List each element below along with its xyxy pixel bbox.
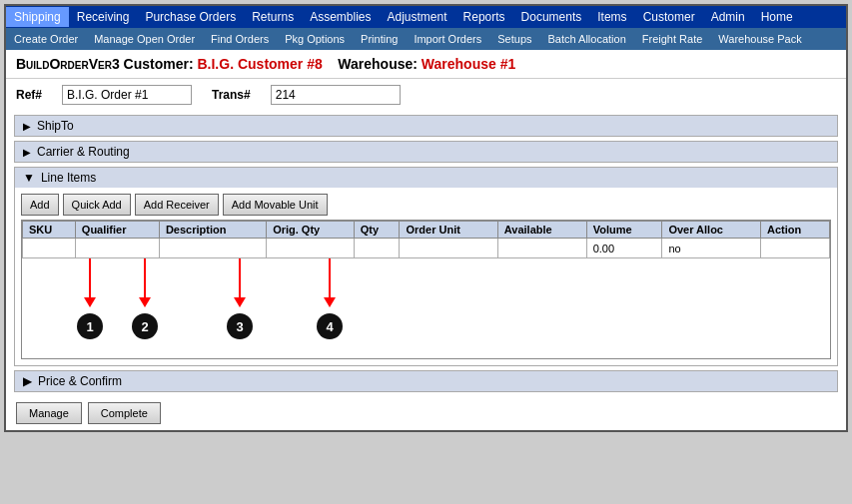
col-volume: Volume: [586, 222, 662, 239]
arrowhead-2: [139, 297, 151, 307]
add-movable-unit-button[interactable]: Add Movable Unit: [223, 194, 328, 216]
arrowhead-4: [324, 297, 336, 307]
items-table: SKU Qualifier Description Orig. Qty Qty …: [22, 221, 830, 258]
col-qty: Qty: [354, 222, 400, 239]
sub-nav: Create Order Manage Open Order Find Orde…: [6, 28, 846, 50]
circle-2: 2: [132, 313, 158, 339]
carrier-arrow-icon: ▶: [23, 147, 31, 158]
subnav-freight-rate[interactable]: Freight Rate: [634, 30, 711, 48]
arrowhead-3: [234, 297, 246, 307]
page-header: BuildOrderVer3 Customer: B.I.G. Customer…: [6, 50, 846, 79]
arrow-line-1: [89, 258, 91, 298]
line-items-label: Line Items: [41, 171, 96, 185]
subnav-warehouse-pack[interactable]: Warehouse Pack: [710, 30, 809, 48]
cell-qty: [354, 239, 400, 258]
line-items-header[interactable]: ▼ Line Items: [15, 168, 837, 188]
subnav-manage-open-order[interactable]: Manage Open Order: [86, 30, 203, 48]
line-items-section: ▼ Line Items Add Quick Add Add Receiver …: [14, 167, 838, 366]
line-items-body: Add Quick Add Add Receiver Add Movable U…: [15, 188, 837, 365]
subnav-create-order[interactable]: Create Order: [6, 30, 86, 48]
cell-order-unit: [400, 239, 497, 258]
carrier-section: ▶ Carrier & Routing: [14, 141, 838, 163]
price-confirm-label: Price & Confirm: [38, 374, 122, 388]
add-receiver-button[interactable]: Add Receiver: [135, 194, 219, 216]
subnav-batch-allocation[interactable]: Batch Allocation: [540, 30, 634, 48]
cell-description: [159, 239, 266, 258]
annotation-3: 3: [227, 258, 253, 339]
nav-reports[interactable]: Reports: [455, 7, 513, 27]
col-action: Action: [761, 222, 830, 239]
app-name: BuildOrderVer3: [16, 56, 120, 72]
price-confirm-arrow-icon: ▶: [23, 374, 32, 388]
customer-name: B.I.G. Customer #8: [197, 56, 322, 72]
line-items-arrow-icon: ▼: [23, 171, 35, 185]
nav-returns[interactable]: Returns: [244, 7, 302, 27]
nav-shipping[interactable]: Shipping: [6, 7, 69, 27]
trans-label: Trans#: [212, 88, 251, 102]
nav-assemblies[interactable]: Assemblies: [302, 7, 379, 27]
ref-label: Ref#: [16, 88, 42, 102]
price-confirm-section: ▶ Price & Confirm: [14, 370, 838, 392]
shipto-section: ▶ ShipTo: [14, 115, 838, 137]
warehouse-label: Warehouse:: [338, 56, 418, 72]
cell-qualifier: [75, 239, 159, 258]
cell-available: [497, 239, 586, 258]
annotation-1: 1: [77, 258, 103, 339]
line-items-btn-row: Add Quick Add Add Receiver Add Movable U…: [21, 194, 831, 216]
nav-documents[interactable]: Documents: [513, 7, 590, 27]
nav-items[interactable]: Items: [589, 7, 634, 27]
nav-customer[interactable]: Customer: [635, 7, 703, 27]
col-over-alloc: Over Alloc: [662, 222, 761, 239]
col-sku: SKU: [23, 222, 76, 239]
complete-button[interactable]: Complete: [88, 402, 161, 424]
cell-over-alloc: no: [662, 239, 761, 258]
subnav-setups[interactable]: Setups: [489, 30, 539, 48]
carrier-label: Carrier & Routing: [37, 145, 130, 159]
col-qualifier: Qualifier: [75, 222, 159, 239]
col-description: Description: [159, 222, 266, 239]
manage-button[interactable]: Manage: [16, 402, 82, 424]
shipto-header[interactable]: ▶ ShipTo: [15, 116, 837, 136]
customer-label-text: Customer:: [124, 56, 194, 72]
col-orig-qty: Orig. Qty: [267, 222, 355, 239]
price-confirm-header[interactable]: ▶ Price & Confirm: [15, 371, 837, 391]
ref-input[interactable]: [62, 85, 192, 105]
col-available: Available: [497, 222, 586, 239]
bottom-row: Manage Complete: [6, 396, 846, 430]
cell-volume: 0.00: [586, 239, 662, 258]
trans-input[interactable]: [271, 85, 401, 105]
annotation-area: 1 2 3: [22, 258, 830, 358]
shipto-arrow-icon: ▶: [23, 121, 31, 132]
subnav-import-orders[interactable]: Import Orders: [406, 30, 489, 48]
circle-3: 3: [227, 313, 253, 339]
add-button[interactable]: Add: [21, 194, 59, 216]
nav-adjustment[interactable]: Adjustment: [380, 7, 455, 27]
cell-orig-qty: [267, 239, 355, 258]
annotation-4: 4: [317, 258, 343, 339]
cell-action: [761, 239, 830, 258]
col-order-unit: Order Unit: [400, 222, 497, 239]
annotation-2: 2: [132, 258, 158, 339]
nav-home[interactable]: Home: [753, 7, 801, 27]
form-row: Ref# Trans#: [6, 79, 846, 111]
circle-1: 1: [77, 313, 103, 339]
warehouse-name-value: Warehouse #1: [422, 56, 515, 72]
subnav-find-orders[interactable]: Find Orders: [203, 30, 277, 48]
arrow-line-2: [144, 258, 146, 298]
table-row: 0.00 no: [23, 239, 830, 258]
arrowhead-1: [84, 297, 96, 307]
top-nav: Shipping Receiving Purchase Orders Retur…: [6, 6, 846, 28]
nav-purchase-orders[interactable]: Purchase Orders: [137, 7, 244, 27]
table-wrapper: SKU Qualifier Description Orig. Qty Qty …: [21, 220, 831, 359]
arrow-line-3: [239, 258, 241, 298]
nav-admin[interactable]: Admin: [703, 7, 753, 27]
subnav-pkg-options[interactable]: Pkg Options: [277, 30, 353, 48]
arrow-line-4: [329, 258, 331, 298]
subnav-printing[interactable]: Printing: [353, 30, 406, 48]
cell-sku: [23, 239, 76, 258]
shipto-label: ShipTo: [37, 119, 74, 133]
nav-receiving[interactable]: Receiving: [69, 7, 138, 27]
quick-add-button[interactable]: Quick Add: [63, 194, 131, 216]
circle-4: 4: [317, 313, 343, 339]
carrier-header[interactable]: ▶ Carrier & Routing: [15, 142, 837, 162]
